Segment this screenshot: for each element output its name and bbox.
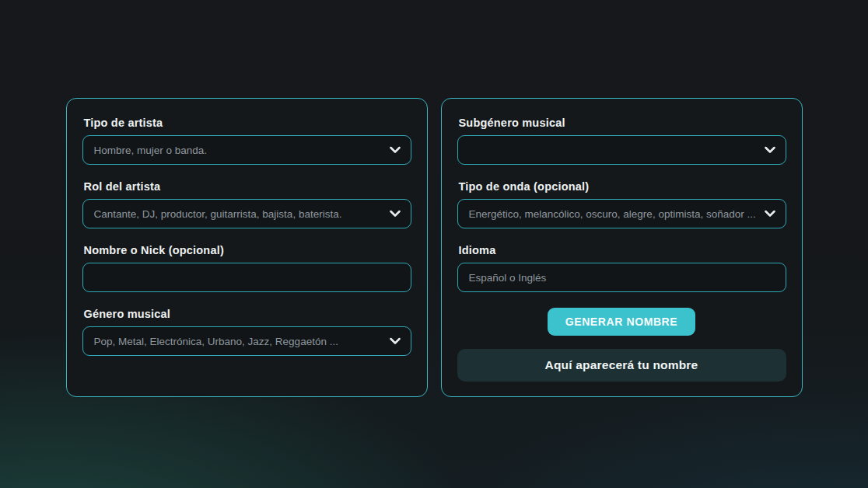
field-label: Nombre o Nick (opcional) xyxy=(84,244,411,256)
field-label: Tipo de artista xyxy=(84,117,411,129)
field-genero-musical: Género musical Pop, Metal, Electrónica, … xyxy=(82,308,411,356)
field-label: Subgénero musical xyxy=(459,117,786,129)
field-label: Idioma xyxy=(459,244,786,256)
field-tipo-de-artista: Tipo de artista Hombre, mujer o banda. xyxy=(82,117,411,165)
button-row: GENERAR NOMBRE xyxy=(457,308,786,336)
select-placeholder: Energético, melancólico, oscuro, alegre,… xyxy=(469,208,756,220)
artist-form-panel-left: Tipo de artista Hombre, mujer o banda. R… xyxy=(66,98,428,397)
nombre-nick-input[interactable] xyxy=(82,263,411,292)
chevron-down-icon xyxy=(765,147,775,154)
field-tipo-de-onda: Tipo de onda (opcional) Energético, mela… xyxy=(457,180,786,228)
chevron-down-icon xyxy=(390,147,401,154)
field-idioma: Idioma xyxy=(457,244,786,292)
chevron-down-icon xyxy=(390,338,401,345)
tipo-de-artista-select[interactable]: Hombre, mujer o banda. xyxy=(82,135,411,165)
rol-del-artista-select[interactable]: Cantante, DJ, productor, guitarrista, ba… xyxy=(82,199,411,228)
field-rol-del-artista: Rol del artista Cantante, DJ, productor,… xyxy=(82,180,411,228)
subgenero-musical-select[interactable] xyxy=(457,135,786,165)
form-container: Tipo de artista Hombre, mujer o banda. R… xyxy=(0,0,868,397)
field-subgenero-musical: Subgénero musical xyxy=(457,117,786,165)
chevron-down-icon xyxy=(765,211,775,218)
tipo-de-onda-select[interactable]: Energético, melancólico, oscuro, alegre,… xyxy=(457,199,786,228)
idioma-input[interactable] xyxy=(457,263,786,292)
select-placeholder: Cantante, DJ, productor, guitarrista, ba… xyxy=(94,208,342,220)
chevron-down-icon xyxy=(390,211,401,218)
select-placeholder: Pop, Metal, Electrónica, Urbano, Jazz, R… xyxy=(94,336,338,347)
artist-form-panel-right: Subgénero musical Tipo de onda (opcional… xyxy=(441,98,803,397)
genero-musical-select[interactable]: Pop, Metal, Electrónica, Urbano, Jazz, R… xyxy=(82,326,411,356)
field-label: Tipo de onda (opcional) xyxy=(459,180,786,193)
generated-name-result: Aquí aparecerá tu nombre xyxy=(457,349,786,382)
select-placeholder: Hombre, mujer o banda. xyxy=(94,145,208,156)
field-label: Rol del artista xyxy=(84,180,411,193)
field-nombre-nick: Nombre o Nick (opcional) xyxy=(82,244,411,292)
field-label: Género musical xyxy=(84,308,411,320)
generate-name-button[interactable]: GENERAR NOMBRE xyxy=(548,308,696,336)
